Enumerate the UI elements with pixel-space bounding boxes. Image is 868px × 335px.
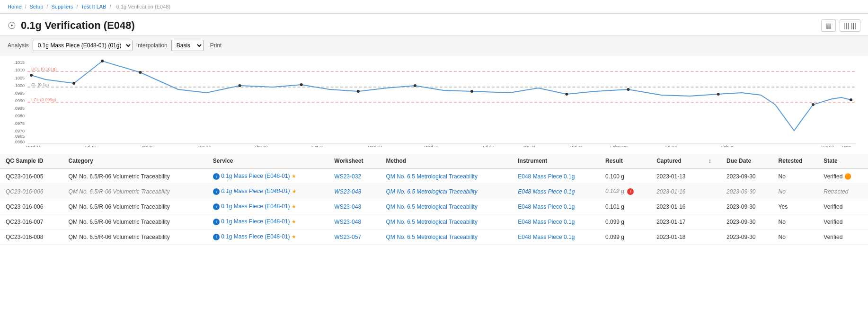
cell-result: 0.102 g ! (600, 184, 651, 199)
svg-text:.0975: .0975 (14, 121, 25, 126)
cell-worksheet: WS23-057 (328, 229, 380, 245)
grid-view-button[interactable]: ▦ (821, 19, 836, 32)
interpolation-select[interactable]: Basis Linear (171, 40, 204, 51)
svg-text:Wed 25: Wed 25 (425, 145, 439, 147)
col-header-worksheet: Worksheet (328, 154, 380, 168)
worksheet-link[interactable]: WS23-043 (334, 203, 361, 210)
method-link[interactable]: QM No. 6.5 Metrological Traceability (386, 203, 478, 210)
breadcrumb-setup[interactable]: Setup (30, 4, 44, 9)
method-link[interactable]: QM No. 6.5 Metrological Traceability (386, 234, 478, 240)
cell-retested: No (773, 168, 818, 184)
svg-point-23 (300, 83, 303, 86)
cell-captured: 2023-01-16 (651, 199, 702, 214)
cell-due-date: 2023-09-30 (721, 214, 772, 229)
cell-service: i 0.1g Mass Piece (E048-01) ★ (207, 229, 329, 245)
svg-text:Tue 07: Tue 07 (821, 145, 834, 147)
service-link[interactable]: 0.1g Mass Piece (E048-01) (221, 173, 290, 179)
state-badge: Retracted (824, 188, 848, 195)
svg-text:CL (0.1g): CL (0.1g) (31, 82, 49, 87)
svg-text:Mon 23: Mon 23 (368, 145, 382, 147)
svg-text:Fri 03: Fri 03 (665, 145, 676, 147)
star-icon: ★ (292, 219, 296, 224)
col-header-sort[interactable]: ↕ (703, 154, 721, 168)
instrument-link[interactable]: E048 Mass Piece 0.1g (518, 219, 575, 225)
svg-text:Date: Date (842, 145, 851, 147)
cell-category: QM No. 6.5/R-06 Volumetric Traceability (63, 229, 207, 245)
cell-method: QM No. 6.5 Metrological Traceability (381, 184, 513, 199)
interpolation-label: Interpolation (136, 42, 168, 49)
svg-point-29 (717, 93, 720, 96)
breadcrumb-current: 0.1g Verification (E048) (116, 4, 170, 9)
breadcrumb-suppliers[interactable]: Suppliers (51, 4, 73, 9)
method-link[interactable]: QM No. 6.5 Metrological Traceability (386, 188, 478, 195)
svg-text:Jan 15: Jan 15 (141, 145, 154, 147)
cell-captured: 2023-01-18 (651, 229, 702, 245)
cell-retested: Yes (773, 199, 818, 214)
col-header-retested: Retested (773, 154, 818, 168)
barcode-button[interactable]: ||| ||| (840, 19, 860, 32)
cell-service: i 0.1g Mass Piece (E048-01) ★ (207, 168, 329, 184)
svg-text:February: February (610, 145, 628, 147)
cell-sort (703, 184, 721, 199)
cell-sort (703, 168, 721, 184)
info-icon[interactable]: i (213, 188, 220, 195)
info-icon[interactable]: i (213, 203, 220, 210)
svg-text:.0970: .0970 (14, 129, 25, 133)
col-header-service: Service (207, 154, 329, 168)
svg-text:Wed 11: Wed 11 (27, 145, 41, 147)
info-icon[interactable]: i (213, 234, 220, 240)
cell-worksheet: WS23-048 (328, 214, 380, 229)
cell-instrument: E048 Mass Piece 0.1g (512, 168, 600, 184)
cell-due-date: 2023-09-30 (721, 168, 772, 184)
cell-category: QM No. 6.5/R-06 Volumetric Traceability (63, 214, 207, 229)
worksheet-link[interactable]: WS23-057 (334, 234, 361, 240)
table-row: QC23-016-006QM No. 6.5/R-06 Volumetric T… (0, 184, 868, 199)
service-link[interactable]: 0.1g Mass Piece (E048-01) (221, 218, 290, 225)
instrument-link[interactable]: E048 Mass Piece 0.1g (518, 188, 575, 195)
cell-due-date: 2023-09-30 (721, 184, 772, 199)
cell-result: 0.099 g (600, 214, 651, 229)
breadcrumb-lab[interactable]: Test It LAB (81, 4, 106, 9)
cell-captured: 2023-01-13 (651, 168, 702, 184)
cell-state: Retracted (818, 184, 868, 199)
cell-sort (703, 199, 721, 214)
svg-text:.1005: .1005 (14, 76, 25, 80)
method-link[interactable]: QM No. 6.5 Metrological Traceability (386, 173, 478, 180)
svg-point-21 (139, 71, 142, 74)
col-header-method: Method (381, 154, 513, 168)
cell-due-date: 2023-09-30 (721, 229, 772, 245)
instrument-link[interactable]: E048 Mass Piece 0.1g (518, 173, 575, 180)
service-link[interactable]: 0.1g Mass Piece (E048-01) (221, 188, 290, 194)
results-table-container: QC Sample ID Category Service Worksheet … (0, 154, 868, 245)
worksheet-link[interactable]: WS23-048 (334, 219, 361, 225)
info-icon[interactable]: i (213, 173, 220, 180)
svg-text:.0985: .0985 (14, 106, 25, 111)
info-icon[interactable]: i (213, 219, 220, 225)
svg-text:.1015: .1015 (14, 60, 25, 65)
cell-service: i 0.1g Mass Piece (E048-01) ★ (207, 214, 329, 229)
state-badge: Verified (824, 234, 842, 240)
svg-text:Jan 29: Jan 29 (523, 145, 535, 147)
cell-category: QM No. 6.5/R-06 Volumetric Traceability (63, 199, 207, 214)
col-header-id: QC Sample ID (0, 154, 63, 168)
svg-text:.1010: .1010 (14, 68, 25, 72)
svg-point-24 (357, 90, 360, 93)
svg-text:Fri 13: Fri 13 (85, 145, 96, 147)
col-header-due-date: Due Date (721, 154, 772, 168)
cell-state: Verified (818, 199, 868, 214)
worksheet-link[interactable]: WS23-043 (334, 188, 361, 195)
breadcrumb-home[interactable]: Home (8, 4, 21, 9)
service-link[interactable]: 0.1g Mass Piece (E048-01) (221, 233, 290, 240)
instrument-link[interactable]: E048 Mass Piece 0.1g (518, 234, 575, 240)
instrument-link[interactable]: E048 Mass Piece 0.1g (518, 203, 575, 210)
svg-text:.0965: .0965 (14, 134, 25, 139)
service-link[interactable]: 0.1g Mass Piece (E048-01) (221, 203, 290, 210)
print-button[interactable]: Print (207, 41, 225, 50)
method-link[interactable]: QM No. 6.5 Metrological Traceability (386, 219, 478, 225)
analysis-select[interactable]: 0.1g Mass Piece (E048-01) (01g) (33, 40, 133, 51)
cell-id: QC23-016-005 (0, 168, 63, 184)
state-badge: Verified (824, 219, 842, 225)
cell-captured: 2023-01-17 (651, 214, 702, 229)
svg-point-20 (101, 60, 104, 62)
worksheet-link[interactable]: WS23-032 (334, 173, 361, 180)
